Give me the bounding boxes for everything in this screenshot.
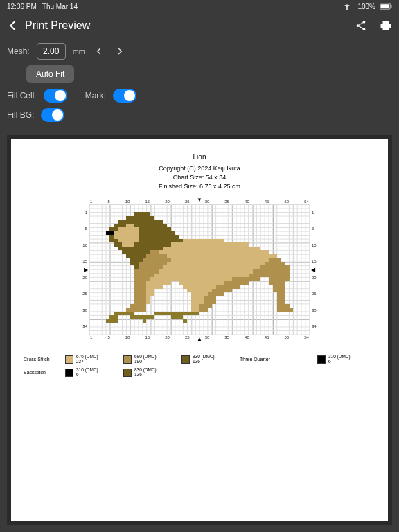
status-bar: 12:36 PM Thu Mar 14 100% [0, 0, 399, 12]
svg-rect-2 [391, 5, 391, 8]
marker-left-icon: ▶ [84, 267, 88, 273]
battery-pct: 100% [357, 3, 375, 10]
chart-size-text: Chart Size: 54 x 34 [24, 174, 375, 181]
mark-label: Mark: [85, 91, 106, 100]
marker-bottom-icon: ▲ [197, 336, 202, 342]
mesh-next-button[interactable] [113, 43, 127, 60]
legend-three-quarter-label: Three Quarter [240, 357, 317, 362]
fill-cell-toggle[interactable] [44, 89, 67, 103]
wifi-icon [341, 0, 353, 12]
mesh-unit: mm [73, 47, 85, 55]
svg-point-4 [357, 24, 360, 27]
fill-bg-toggle[interactable] [41, 108, 64, 122]
status-time: 12:36 PM [7, 3, 37, 10]
legend: Cross Stitch676 (DMC)227680 (DMC)190830 … [24, 355, 375, 377]
finished-size-text: Finished Size: 6.75 x 4.25 cm [24, 183, 375, 190]
axis-right: 15101520253034 [312, 211, 319, 328]
mesh-prev-button[interactable] [92, 43, 106, 60]
app-header: Print Preview [0, 12, 399, 39]
page-title: Print Preview [25, 19, 90, 32]
print-icon[interactable] [380, 19, 392, 32]
legend-cross-stitch-label: Cross Stitch [24, 357, 65, 362]
legend-backstitch-label: Backstitch [24, 370, 65, 375]
legend-swatch: 830 (DMC)136 [181, 355, 240, 364]
autofit-button[interactable]: Auto Fit [26, 65, 74, 83]
svg-line-7 [359, 26, 363, 29]
pattern-grid: ▼ ▲ ▶ ◀ [89, 204, 310, 335]
preview-area: Lion Copyright (C) 2024 Keiji Ikuta Char… [7, 135, 392, 525]
controls-panel: Mesh: mm Auto Fit Fill Cell: Mark: Fill … [0, 39, 399, 134]
preview-page[interactable]: Lion Copyright (C) 2024 Keiji Ikuta Char… [11, 139, 388, 521]
mark-toggle[interactable] [113, 89, 136, 103]
svg-rect-1 [380, 4, 389, 8]
legend-swatch: 310 (DMC)6 [317, 355, 375, 364]
svg-point-3 [363, 21, 366, 24]
pattern-title: Lion [24, 153, 375, 161]
battery-icon [380, 0, 392, 12]
legend-swatch: 830 (DMC)136 [123, 368, 181, 377]
legend-swatch: 676 (DMC)227 [65, 355, 123, 364]
copyright-text: Copyright (C) 2024 Keiji Ikuta [24, 165, 375, 172]
fill-cell-label: Fill Cell: [7, 91, 37, 100]
mesh-input[interactable] [37, 43, 66, 60]
back-icon[interactable] [7, 19, 19, 32]
mesh-label: Mesh: [7, 46, 30, 56]
share-icon[interactable] [355, 19, 367, 32]
marker-top-icon: ▼ [197, 197, 202, 203]
legend-swatch: 310 (DMC)6 [65, 368, 123, 377]
chart-wrap: 1510152025303540455054 15101520253034 ▼ … [89, 200, 310, 339]
status-date: Thu Mar 14 [42, 3, 78, 10]
fill-bg-label: Fill BG: [7, 110, 34, 120]
svg-line-6 [359, 23, 363, 26]
legend-swatch: 680 (DMC)190 [123, 355, 181, 364]
svg-point-5 [363, 28, 366, 30]
